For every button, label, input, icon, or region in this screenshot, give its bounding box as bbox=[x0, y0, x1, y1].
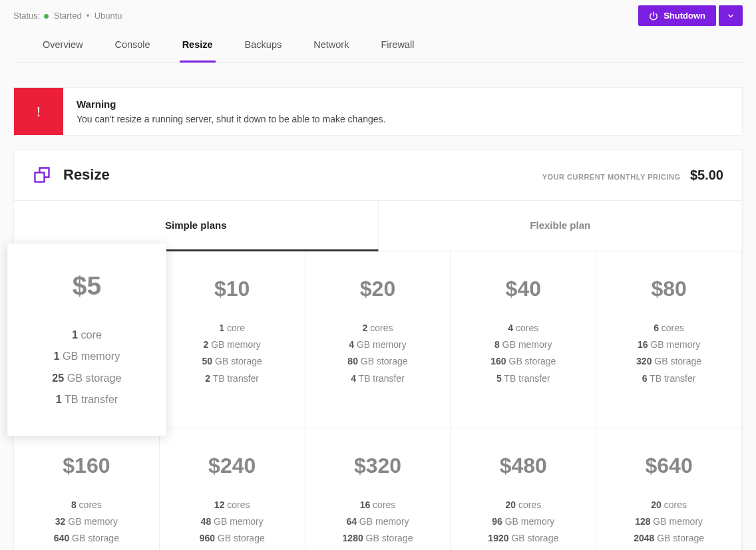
plan-price: $240 bbox=[166, 454, 298, 478]
plan-transfer: 5 TB transfer bbox=[457, 370, 589, 387]
plan-storage: 80 GB storage bbox=[312, 353, 444, 370]
plan-storage: 1280 GB storage bbox=[312, 530, 444, 547]
plan-price: $160 bbox=[21, 454, 152, 478]
plan-cores: 6 cores bbox=[603, 320, 735, 337]
plan-transfer: 1 TB transfer bbox=[15, 388, 159, 410]
plan-cores: 8 cores bbox=[21, 497, 152, 513]
plan-card[interactable]: $64020 cores128 GB memory2048 GB storage… bbox=[596, 428, 742, 550]
plan-price: $640 bbox=[603, 454, 735, 478]
current-pricing-value: $5.00 bbox=[690, 168, 723, 182]
plan-storage: 1920 GB storage bbox=[457, 530, 589, 547]
plan-transfer: 10 TB transfer bbox=[312, 547, 444, 550]
tab-network[interactable]: Network bbox=[311, 39, 351, 63]
plan-price: $320 bbox=[312, 454, 444, 478]
plan-card[interactable]: $24012 cores48 GB memory960 GB storage9 … bbox=[160, 428, 305, 550]
status-dot-icon bbox=[44, 14, 49, 19]
plan-price: $40 bbox=[457, 277, 589, 301]
plan-storage: 320 GB storage bbox=[603, 353, 735, 370]
warning-description: You can't resize a running server, shut … bbox=[77, 114, 385, 124]
plan-card[interactable]: $806 cores16 GB memory320 GB storage6 TB… bbox=[596, 251, 742, 428]
shutdown-dropdown-button[interactable] bbox=[719, 5, 743, 26]
plan-tab-flexible[interactable]: Flexible plan bbox=[379, 201, 743, 251]
nav-tabs: Overview Console Resize Backups Network … bbox=[13, 26, 743, 63]
warning-icon: ! bbox=[14, 88, 63, 135]
plan-memory: 64 GB memory bbox=[312, 513, 444, 530]
tab-console[interactable]: Console bbox=[112, 39, 152, 63]
plan-cores: 1 core bbox=[166, 320, 298, 337]
plan-card[interactable]: $1608 cores32 GB memory640 GB storage7 T… bbox=[14, 428, 160, 550]
plan-card[interactable]: $51 core1 GB memory25 GB storage1 TB tra… bbox=[7, 243, 166, 436]
plan-memory: 128 GB memory bbox=[603, 513, 735, 530]
tab-firewall[interactable]: Firewall bbox=[378, 39, 417, 63]
plan-storage: 50 GB storage bbox=[166, 353, 298, 370]
warning-title: Warning bbox=[77, 98, 385, 110]
plan-transfer: 6 TB transfer bbox=[603, 370, 735, 387]
tab-overview[interactable]: Overview bbox=[40, 39, 85, 63]
plan-cores: 16 cores bbox=[312, 497, 444, 513]
plan-cores: 12 cores bbox=[166, 497, 298, 513]
chevron-down-icon bbox=[727, 12, 735, 20]
plan-transfer: 12 TB transfer bbox=[457, 547, 589, 550]
plan-storage: 160 GB storage bbox=[457, 353, 589, 370]
plan-card[interactable]: $404 cores8 GB memory160 GB storage5 TB … bbox=[451, 251, 596, 428]
plan-storage: 640 GB storage bbox=[21, 530, 152, 547]
svg-rect-1 bbox=[35, 173, 45, 182]
plan-storage: 2048 GB storage bbox=[603, 530, 735, 547]
plan-card[interactable]: $32016 cores64 GB memory1280 GB storage1… bbox=[305, 428, 451, 550]
plan-storage: 25 GB storage bbox=[15, 367, 159, 388]
plan-cores: 1 core bbox=[15, 324, 159, 345]
plan-memory: 2 GB memory bbox=[166, 337, 298, 353]
tab-backups[interactable]: Backups bbox=[242, 39, 285, 63]
tab-resize[interactable]: Resize bbox=[180, 39, 216, 63]
plan-card[interactable]: $202 cores4 GB memory80 GB storage4 TB t… bbox=[305, 251, 451, 428]
plan-cores: 4 cores bbox=[457, 320, 589, 337]
plan-memory: 8 GB memory bbox=[457, 337, 589, 353]
power-icon bbox=[649, 11, 658, 21]
plan-price: $80 bbox=[603, 277, 735, 301]
plan-cores: 2 cores bbox=[312, 320, 444, 337]
plan-card[interactable]: $48020 cores96 GB memory1920 GB storage1… bbox=[451, 428, 596, 550]
plan-card[interactable]: $101 core2 GB memory50 GB storage2 TB tr… bbox=[160, 251, 305, 428]
plan-price: $20 bbox=[312, 277, 444, 301]
shutdown-button[interactable]: Shutdown bbox=[638, 5, 716, 26]
plan-price: $480 bbox=[457, 454, 589, 478]
status-bar: Status: Started • Ubuntu bbox=[13, 11, 122, 21]
plan-memory: 16 GB memory bbox=[603, 337, 735, 353]
plan-transfer: 9 TB transfer bbox=[166, 547, 298, 550]
plan-memory: 4 GB memory bbox=[312, 337, 444, 353]
resize-icon bbox=[33, 166, 51, 184]
plan-transfer: 7 TB transfer bbox=[21, 547, 152, 550]
plan-cores: 20 cores bbox=[603, 497, 735, 513]
plan-transfer: 4 TB transfer bbox=[312, 370, 444, 387]
current-pricing-label: YOUR CURRENT MONTHLY PRICING bbox=[542, 173, 681, 181]
plan-cores: 20 cores bbox=[457, 497, 589, 513]
panel-title: Resize bbox=[63, 166, 110, 184]
plan-memory: 32 GB memory bbox=[21, 513, 152, 530]
plan-storage: 960 GB storage bbox=[166, 530, 298, 547]
plan-memory: 48 GB memory bbox=[166, 513, 298, 530]
plan-transfer: 2 TB transfer bbox=[166, 370, 298, 387]
plan-memory: 1 GB memory bbox=[15, 346, 159, 367]
warning-banner: ! Warning You can't resize a running ser… bbox=[13, 87, 743, 136]
plan-price: $5 bbox=[15, 271, 159, 301]
plan-memory: 96 GB memory bbox=[457, 513, 589, 530]
plan-transfer: 24 TB transfer bbox=[603, 547, 735, 550]
plan-price: $10 bbox=[166, 277, 298, 301]
